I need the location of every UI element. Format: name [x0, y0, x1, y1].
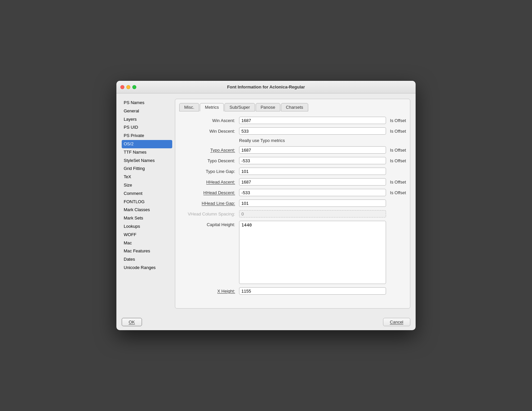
- hhead-ascent-row: HHead Ascent: Is Offset: [179, 178, 406, 186]
- sidebar-item-comment[interactable]: Comment: [122, 190, 172, 198]
- x-height-row: X Height:: [179, 287, 406, 295]
- sidebar-item-styleset-names[interactable]: StyleSet Names: [122, 157, 172, 165]
- tabs-bar: Misc.MetricsSub/SuperPanoseCharsets: [179, 103, 406, 111]
- cancel-button[interactable]: Cancel: [383, 318, 410, 326]
- really-use-typo-row: Really use Typo metrics: [239, 138, 406, 143]
- vhead-column-spacing-input[interactable]: [239, 210, 386, 217]
- win-descent-label: Win Descent:: [179, 129, 239, 134]
- sidebar-item-tex[interactable]: TeX: [122, 173, 172, 181]
- capital-height-label: Capital Height:: [179, 221, 239, 227]
- win-descent-row: Win Descent: Is Offset: [179, 127, 406, 135]
- sidebar-item-general[interactable]: General: [122, 107, 172, 115]
- typo-descent-row: Typo Descent: Is Offset: [179, 157, 406, 164]
- typo-descent-input[interactable]: [239, 157, 386, 164]
- window-title: Font Information for Aclonica-Regular: [227, 84, 305, 89]
- sidebar-item-unicode-ranges[interactable]: Unicode Ranges: [122, 264, 172, 272]
- typo-descent-is-offset: Is Offset: [386, 158, 406, 163]
- typo-line-gap-label: Typo Line Gap:: [179, 169, 239, 174]
- x-height-label: X Height:: [179, 289, 239, 294]
- sidebar-item-grid-fitting[interactable]: Grid Fitting: [122, 165, 172, 173]
- win-ascent-label: Win Ascent:: [179, 118, 239, 123]
- vhead-column-spacing-label: VHead Column Spacing:: [179, 211, 239, 216]
- hhead-line-gap-label: HHead Line Gap:: [179, 201, 239, 206]
- win-ascent-is-offset: Is Offset: [386, 118, 406, 123]
- hhead-ascent-is-offset: Is Offset: [386, 180, 406, 185]
- sidebar: PS NamesGeneralLayersPS UIDPS PrivateOS/…: [122, 99, 175, 309]
- minimize-button[interactable]: [126, 85, 130, 89]
- capital-height-textarea[interactable]: 1440: [239, 221, 386, 284]
- win-ascent-row: Win Ascent: Is Offset: [179, 117, 406, 124]
- main-panel: Misc.MetricsSub/SuperPanoseCharsets Win …: [175, 99, 410, 309]
- sidebar-item-layers[interactable]: Layers: [122, 115, 172, 124]
- win-descent-input[interactable]: [239, 127, 386, 135]
- titlebar: Font Information for Aclonica-Regular: [116, 81, 416, 93]
- bottom-bar: OK Cancel: [116, 314, 416, 330]
- hhead-ascent-input[interactable]: [239, 178, 386, 186]
- sidebar-item-mark-sets[interactable]: Mark Sets: [122, 214, 172, 222]
- sidebar-item-mark-classes[interactable]: Mark Classes: [122, 206, 172, 214]
- typo-line-gap-row: Typo Line Gap:: [179, 168, 406, 175]
- form-content: Win Ascent: Is Offset Win Descent: Is Of…: [179, 117, 406, 304]
- sidebar-item-ps-uid[interactable]: PS UID: [122, 123, 172, 132]
- sidebar-item-ps-names[interactable]: PS Names: [122, 99, 172, 107]
- sidebar-item-mac[interactable]: Mac: [122, 239, 172, 247]
- tab-metrics[interactable]: Metrics: [200, 103, 224, 111]
- sidebar-item-os2[interactable]: OS/2: [122, 140, 172, 148]
- sidebar-item-dates[interactable]: Dates: [122, 255, 172, 264]
- tab-misc[interactable]: Misc.: [179, 103, 199, 111]
- win-ascent-input[interactable]: [239, 117, 386, 124]
- tab-subsuper[interactable]: Sub/Super: [224, 103, 255, 111]
- traffic-lights: [120, 85, 136, 89]
- tab-panose[interactable]: Panose: [256, 103, 280, 111]
- ok-button[interactable]: OK: [122, 318, 142, 326]
- tab-charsets[interactable]: Charsets: [281, 103, 308, 111]
- hhead-ascent-label: HHead Ascent:: [179, 180, 239, 185]
- close-button[interactable]: [120, 85, 124, 89]
- hhead-descent-input[interactable]: [239, 189, 386, 196]
- typo-ascent-input[interactable]: [239, 146, 386, 154]
- sidebar-item-fontlog[interactable]: FONTLOG: [122, 198, 172, 206]
- hhead-line-gap-input[interactable]: [239, 200, 386, 207]
- x-height-input[interactable]: [239, 287, 386, 295]
- sidebar-item-ttf-names[interactable]: TTF Names: [122, 148, 172, 157]
- hhead-descent-row: HHead Descent: Is Offset: [179, 189, 406, 196]
- sidebar-item-ps-private[interactable]: PS Private: [122, 132, 172, 140]
- hhead-descent-is-offset: Is Offset: [386, 190, 406, 195]
- hhead-descent-label: HHead Descent:: [179, 190, 239, 195]
- sidebar-item-woff[interactable]: WOFF: [122, 231, 172, 239]
- typo-ascent-row: Typo Ascent: Is Offset: [179, 146, 406, 154]
- typo-descent-label: Typo Descent:: [179, 158, 239, 163]
- typo-ascent-label: Typo Ascent:: [179, 148, 239, 153]
- main-window: Font Information for Aclonica-Regular PS…: [116, 81, 416, 330]
- sidebar-item-size[interactable]: Size: [122, 181, 172, 190]
- vhead-column-spacing-row: VHead Column Spacing:: [179, 210, 406, 217]
- maximize-button[interactable]: [132, 85, 136, 89]
- content-area: PS NamesGeneralLayersPS UIDPS PrivateOS/…: [116, 93, 416, 314]
- win-descent-is-offset: Is Offset: [386, 129, 406, 134]
- sidebar-item-lookups[interactable]: Lookups: [122, 222, 172, 231]
- really-use-typo-label: Really use Typo metrics: [239, 138, 285, 143]
- sidebar-item-mac-features[interactable]: Mac Features: [122, 247, 172, 255]
- capital-height-row: Capital Height: 1440: [179, 221, 406, 284]
- typo-line-gap-input[interactable]: [239, 168, 386, 175]
- typo-ascent-is-offset: Is Offset: [386, 148, 406, 153]
- hhead-line-gap-row: HHead Line Gap:: [179, 200, 406, 207]
